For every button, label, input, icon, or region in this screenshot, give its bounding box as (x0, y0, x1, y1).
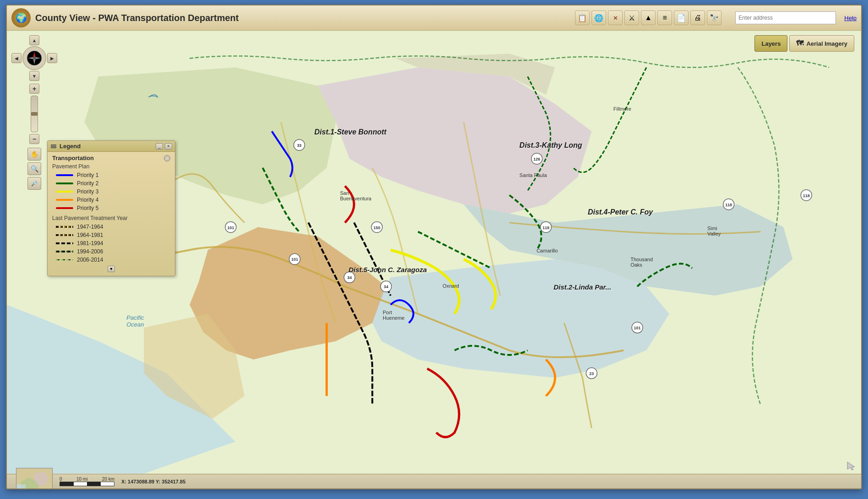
view-btn[interactable]: 🔭 (707, 11, 722, 25)
svg-text:34: 34 (347, 275, 352, 280)
nav-up-btn[interactable]: ▲ (29, 35, 39, 45)
legend-body: Transportation Pavement Plan Priority 1 … (48, 152, 175, 276)
zoom-rect-btn[interactable]: 🔍 (27, 162, 41, 175)
scale-seg-2 (74, 482, 87, 486)
legend-scroll-btn[interactable]: ▼ (108, 266, 115, 272)
identify-btn[interactable]: ⚔ (624, 11, 639, 25)
legend-priority-1-symbol (56, 174, 73, 176)
legend-priority-4: Priority 4 (52, 196, 170, 204)
legend-priority-5-label: Priority 5 (77, 205, 98, 211)
svg-text:101: 101 (634, 326, 641, 330)
status-bar: 0 10 mi 20 km X: 1473088.89 Y: 352417.85 (7, 474, 861, 488)
svg-text:118: 118 (803, 193, 810, 198)
legend-priority-4-symbol (56, 199, 73, 201)
svg-text:150: 150 (374, 225, 380, 230)
map-toggle-buttons: Layers 🗺 Aerial Imagery (754, 35, 854, 52)
legend-year-2006: 2006-2014 (52, 256, 170, 264)
scale-graphic (60, 482, 114, 486)
svg-text:101: 101 (291, 257, 298, 262)
svg-rect-41 (51, 145, 56, 145)
legend-pavement-plan-label: Pavement Plan (52, 163, 170, 170)
report-btn[interactable]: 📄 (674, 11, 689, 25)
legend-year-1994-label: 1994-2006 (77, 248, 103, 255)
nav-arrows: ▲ ◀ ▶ ▼ (11, 35, 57, 81)
minimap[interactable] (16, 468, 53, 490)
nav-down-btn[interactable]: ▼ (29, 71, 39, 81)
legend-year-1947: 1947-1964 (52, 223, 170, 231)
legend-priority-1-label: Priority 1 (77, 172, 98, 178)
legend-year-1981: 1981-1994 (52, 239, 170, 247)
legend-year-2006-label: 2006-2014 (77, 257, 103, 263)
aerial-icon: 🗺 (796, 39, 803, 48)
legend-year-1947-symbol (56, 226, 73, 228)
legend-year-1994: 1994-2006 (52, 247, 170, 256)
legend-priority-1: Priority 1 (52, 171, 170, 179)
scale-seg-1 (60, 482, 74, 486)
legend-priority-3: Priority 3 (52, 188, 170, 196)
globe-btn[interactable]: 🌐 (591, 11, 606, 25)
bookmarks-btn[interactable]: 📋 (575, 11, 590, 25)
legend-year-2006-symbol (56, 259, 73, 261)
legend-priority-3-label: Priority 3 (77, 188, 98, 195)
zoom-slider-container: + − (29, 84, 39, 144)
help-link[interactable]: Help (844, 15, 857, 21)
svg-text:23: 23 (589, 371, 594, 376)
legend-priority-2-label: Priority 2 (77, 180, 98, 187)
legend-section-title: Transportation (52, 155, 170, 161)
print-btn[interactable]: 🖨 (690, 11, 705, 25)
zoom-in-btn[interactable]: + (29, 84, 39, 94)
legend-priority-2: Priority 2 (52, 179, 170, 188)
svg-text:33: 33 (297, 143, 302, 148)
legend-year-1964-label: 1964-1981 (77, 232, 103, 238)
tools-btn[interactable]: ✕ (608, 11, 623, 25)
symbol-btn[interactable]: ▲ (641, 11, 656, 25)
legend-year-1994-symbol (56, 251, 73, 252)
legend-section-toggle[interactable] (164, 155, 170, 161)
svg-point-40 (33, 57, 36, 59)
toolbar: 📋 🌐 ✕ ⚔ ▲ ≡ 📄 🖨 🔭 (575, 11, 722, 25)
legend-panel: Legend _ × Transportation Pavement Plan … (47, 140, 175, 276)
legend-drag-icon (50, 143, 57, 150)
legend-priority-4-label: Priority 4 (77, 197, 98, 203)
legend-treatment-label: Last Pavement Treatment Year (52, 215, 170, 221)
svg-text:126: 126 (533, 157, 540, 161)
legend-year-1964-symbol (56, 234, 73, 236)
legend-header[interactable]: Legend _ × (48, 141, 175, 152)
zoom-slider[interactable] (31, 96, 38, 132)
svg-rect-42 (51, 146, 56, 147)
legend-priority-2-symbol (56, 182, 73, 184)
svg-text:118: 118 (542, 225, 549, 230)
scale-bar-container: 0 10 mi 20 km (60, 477, 114, 486)
legend-minimize-btn[interactable]: _ (156, 143, 163, 150)
legend-year-1964: 1964-1981 (52, 231, 170, 239)
legend-priority-3-symbol (56, 191, 73, 193)
app-logo: 🌍 (11, 8, 31, 27)
aerial-imagery-btn[interactable]: 🗺 Aerial Imagery (789, 35, 854, 52)
scale-labels: 0 10 mi 20 km (60, 477, 114, 482)
legend-priority-5-symbol (56, 207, 73, 209)
svg-rect-43 (51, 147, 56, 148)
legend-title: Legend (60, 143, 81, 150)
app-title: County View - PWA Transportation Departm… (35, 13, 570, 23)
zoom-out-rect-btn[interactable]: 🔎 (27, 177, 41, 190)
scale-seg-3 (87, 482, 101, 486)
address-input[interactable] (735, 11, 836, 24)
legend-close-btn[interactable]: × (165, 143, 172, 150)
svg-text:34: 34 (384, 284, 388, 289)
pan-tool-btn[interactable]: ✋ (27, 148, 41, 161)
scale-bar: 0 10 mi 20 km (60, 477, 114, 486)
legend-priority-5: Priority 5 (52, 204, 170, 212)
svg-text:101: 101 (227, 225, 234, 230)
nav-right-btn[interactable]: ▶ (47, 53, 57, 63)
nav-left-btn[interactable]: ◀ (11, 53, 22, 63)
coordinates: X: 1473088.89 Y: 352417.85 (121, 479, 185, 484)
svg-rect-57 (16, 484, 26, 490)
list-btn[interactable]: ≡ (657, 11, 672, 25)
layers-btn[interactable]: Layers (754, 35, 787, 52)
scale-seg-4 (101, 482, 114, 486)
title-bar: 🌍 County View - PWA Transportation Depar… (7, 5, 861, 31)
legend-year-1981-symbol (56, 242, 73, 244)
compass-rose[interactable] (22, 46, 46, 70)
zoom-out-btn[interactable]: − (29, 134, 39, 144)
map-container[interactable]: 101 101 101 150 33 34 34 118 126 118 118… (7, 31, 861, 474)
